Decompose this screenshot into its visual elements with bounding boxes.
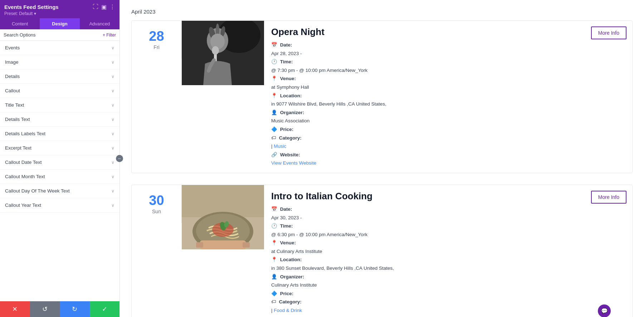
event-price-row-opera: 🔷 Price: (271, 126, 625, 133)
event-organizer-value-row-cooking: Culinary Arts Institute (271, 281, 625, 289)
event-location-value-row-cooking: in 380 Sunset Boulevard, Beverly Hills ,… (271, 264, 625, 272)
event-venue-value-row-cooking: at Culinary Arts Institute (271, 248, 625, 255)
preset-label[interactable]: Preset: Default ▾ (4, 11, 115, 16)
clock-icon: 🕐 (271, 59, 277, 64)
filter-button[interactable]: + Filter (103, 33, 116, 38)
sidebar-item-callout-month-text[interactable]: Callout Month Text ∨ (0, 170, 119, 184)
event-day-name-opera: Fri (153, 44, 159, 50)
sidebar-item-details-text[interactable]: Details Text ∨ (0, 112, 119, 127)
event-card-opera-night: 28 Fri (131, 20, 633, 173)
calendar-icon: 📅 (271, 42, 277, 48)
svg-point-8 (212, 46, 219, 55)
sidebar-item-details-labels-text-label: Details Labels Text (5, 131, 45, 136)
sidebar-scroll: Events ∨ Image ∨ Details ∨ Callout ∨ Tit… (0, 41, 119, 301)
category-link-opera[interactable]: Music (274, 143, 286, 149)
price-icon: 🔷 (271, 127, 277, 132)
event-meta-opera: 📅 Date: Apr 28, 2023 - 🕐 Time: @ 7:30 pm… (271, 41, 625, 167)
event-category-value-row-opera: | Music (271, 142, 625, 150)
save-button[interactable]: ✓ (90, 301, 120, 317)
chevron-down-icon: ∨ (111, 146, 114, 151)
sidebar-item-details-text-label: Details Text (5, 117, 30, 122)
month-label: April 2023 (131, 9, 633, 15)
more-info-button-opera[interactable]: More Info (591, 26, 626, 39)
sidebar-item-excerpt-text[interactable]: Excerpt Text ∨ (0, 141, 119, 155)
chevron-down-icon: ∨ (111, 203, 114, 208)
svg-rect-16 (200, 240, 246, 249)
expand-icon[interactable]: ⛶ (93, 4, 98, 10)
person-icon: 👤 (271, 110, 277, 115)
tab-advanced[interactable]: Advanced (80, 18, 119, 29)
event-category-row-cooking: 🏷 Category: (271, 298, 625, 306)
sidebar-item-callout[interactable]: Callout ∨ (0, 84, 119, 98)
pin-icon: 📍 (271, 76, 277, 81)
chevron-down-icon: ∨ (111, 189, 114, 194)
event-venue-row-cooking: 📍 Venue: (271, 239, 625, 247)
event-organizer-row-opera: 👤 Organizer: (271, 109, 625, 117)
tab-content[interactable]: Content (0, 18, 40, 29)
event-meta-cooking: 📅 Date: Apr 30, 2023 - 🕐 Time: @ 6:30 pm… (271, 205, 625, 314)
chevron-down-icon: ∨ (111, 160, 114, 165)
chat-bubble[interactable]: 💬 (598, 304, 611, 317)
event-day-number-cooking: 30 (149, 194, 164, 207)
event-time-value-row-cooking: @ 6:30 pm - @ 10:00 pm America/New_York (271, 231, 625, 239)
category-icon: 🏷 (271, 299, 276, 304)
sidebar: Events Feed Settings ⛶ ▣ ⋮ Preset: Defau… (0, 0, 120, 317)
svg-rect-18 (243, 242, 250, 248)
chevron-down-icon: ∨ (111, 174, 114, 179)
event-time-value-row-opera: @ 7:30 pm - @ 10:00 pm America/New_York (271, 67, 625, 74)
sidebar-item-image-label: Image (5, 59, 19, 65)
undo-button[interactable]: ↺ (30, 301, 60, 317)
location-icon: 📍 (271, 257, 277, 262)
event-time-row-cooking: 🕐 Time: (271, 222, 625, 230)
event-date-box-cooking: 30 Sun (132, 185, 182, 223)
sidebar-item-details-label: Details (5, 74, 20, 79)
bottom-toolbar: ✕ ↺ ↻ ✓ (0, 301, 119, 317)
sidebar-item-callout-year-text[interactable]: Callout Year Text ∨ (0, 198, 119, 213)
layout-icon[interactable]: ▣ (101, 4, 107, 10)
event-title-cooking: Intro to Italian Cooking (271, 191, 625, 202)
event-title-opera: Opera Night (271, 26, 625, 38)
event-day-number-opera: 28 (149, 29, 164, 43)
chevron-down-icon: ∨ (111, 103, 114, 108)
event-location-value-row-opera: in 9077 Wilshire Blvd, Beverly Hills ,CA… (271, 100, 625, 108)
sidebar-item-title-text[interactable]: Title Text ∨ (0, 98, 119, 112)
chevron-down-icon: ∨ (111, 45, 114, 50)
event-venue-row-opera: 📍 Venue: (271, 75, 625, 83)
svg-rect-17 (196, 242, 203, 248)
chevron-down-icon: ∨ (111, 88, 114, 93)
category-link-cooking[interactable]: Food & Drink (274, 308, 302, 313)
event-website-row-opera: 🔗 Website: (271, 151, 625, 159)
app-title: Events Feed Settings (4, 4, 59, 10)
cancel-button[interactable]: ✕ (0, 301, 30, 317)
sidebar-item-image[interactable]: Image ∨ (0, 55, 119, 69)
sidebar-header: Events Feed Settings ⛶ ▣ ⋮ Preset: Defau… (0, 0, 119, 18)
person-icon: 👤 (271, 274, 277, 279)
search-options-row: Search Options + Filter (0, 29, 119, 41)
pin-icon: 📍 (271, 240, 277, 245)
redo-button[interactable]: ↻ (60, 301, 90, 317)
event-website-value-row-opera: View Events Website (271, 159, 625, 167)
website-link-opera[interactable]: View Events Website (271, 160, 316, 166)
sidebar-item-events[interactable]: Events ∨ (0, 41, 119, 55)
sidebar-item-callout-day-week-text[interactable]: Callout Day Of The Week Text ∨ (0, 184, 119, 198)
sidebar-item-details[interactable]: Details ∨ (0, 69, 119, 84)
link-icon: 🔗 (271, 152, 277, 157)
sidebar-item-callout-year-text-label: Callout Year Text (5, 203, 41, 208)
tab-design[interactable]: Design (40, 18, 79, 29)
sidebar-item-details-labels-text[interactable]: Details Labels Text ∨ (0, 127, 119, 141)
resize-handle[interactable]: ↔ (116, 155, 123, 162)
event-category-value-row-cooking: | Food & Drink (271, 307, 625, 314)
event-time-row-opera: 🕐 Time: (271, 58, 625, 66)
event-details-cooking: More Info Intro to Italian Cooking 📅 Dat… (264, 185, 632, 317)
sidebar-item-events-label: Events (5, 45, 20, 50)
chevron-down-icon: ∨ (111, 117, 114, 122)
search-options-label: Search Options (4, 32, 101, 38)
event-price-row-cooking: 🔷 Price: (271, 290, 625, 298)
chevron-down-icon: ∨ (111, 60, 114, 65)
event-location-row-opera: 📍 Location: (271, 92, 625, 100)
more-info-button-cooking[interactable]: More Info (591, 191, 626, 204)
sidebar-item-callout-label: Callout (5, 88, 20, 93)
more-options-icon[interactable]: ⋮ (109, 4, 115, 10)
sidebar-item-title-text-label: Title Text (5, 102, 24, 108)
sidebar-item-callout-date-text[interactable]: Callout Date Text ∨ (0, 155, 119, 170)
